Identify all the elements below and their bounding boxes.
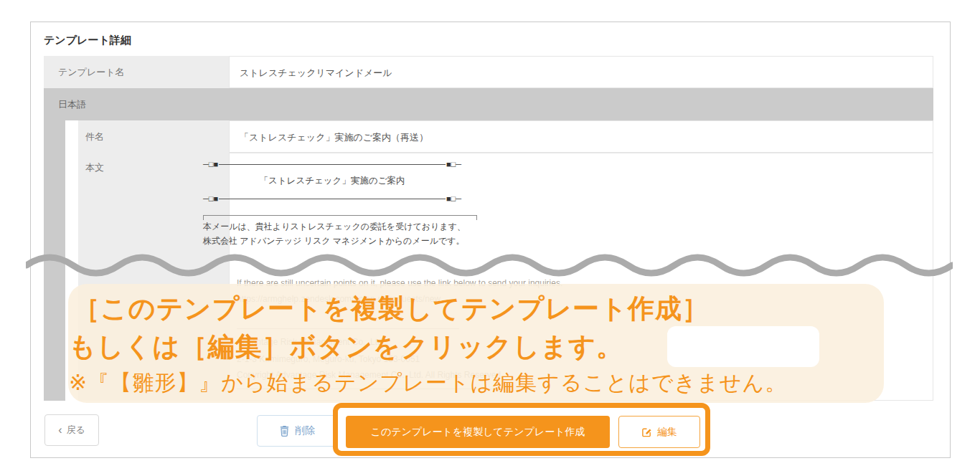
duplicate-button-label: このテンプレートを複製してテンプレート作成: [371, 426, 585, 439]
truncation-wave: [26, 252, 953, 280]
page-title: テンプレート詳細: [44, 34, 131, 47]
mail-decorative-divider: ─□■ ■□─: [203, 194, 461, 204]
template-name-label: テンプレート名: [44, 56, 229, 88]
chevron-left-icon: ‹: [58, 424, 62, 436]
edit-button-label: 編集: [657, 426, 677, 439]
back-button-label: 戻る: [67, 424, 85, 437]
duplicate-template-button[interactable]: このテンプレートを複製してテンプレート作成: [346, 416, 610, 448]
language-section-header: 日本語: [44, 88, 933, 120]
edit-icon: [641, 427, 652, 437]
template-name-value: ストレスチェックリマインドメール: [229, 56, 933, 88]
subject-value: 「ストレスチェック」実施のご案内（再送）: [229, 120, 933, 153]
email-body-preview: ─□■ ■□─ 「ストレスチェック」実施のご案内 ─□■ ■□─ 本メールは、貴…: [203, 159, 484, 248]
delete-button[interactable]: 削除: [257, 415, 337, 447]
mail-title: 「ストレスチェック」実施のご案内: [203, 175, 461, 187]
redaction-pill: [667, 326, 819, 367]
page: テンプレート詳細 テンプレート名 ストレスチェックリマインドメール 日本語 件名…: [0, 0, 980, 476]
divider-right-glyph: ■□─: [446, 194, 461, 204]
annotation-line-3: ※『【雛形】』から始まるテンプレートは編集することはできません。: [69, 368, 787, 398]
annotation-line-2: もしくは［編集］ボタンをクリックします。: [69, 329, 623, 365]
divider-right-glyph: ■□─: [446, 159, 461, 169]
delete-button-label: 削除: [295, 424, 315, 437]
divider-left-glyph: ─□■: [203, 159, 218, 169]
divider-left-glyph: ─□■: [203, 194, 218, 204]
mail-intro-line-2: 株式会社 アドバンテッジ リスク マネジメントからのメールです。: [203, 234, 484, 248]
divider-line: [219, 164, 446, 165]
back-button[interactable]: ‹ 戻る: [44, 414, 99, 446]
mail-intro-line-1: 本メールは、貴社よりストレスチェックの委託を受けております、: [203, 219, 484, 234]
mail-text-box-top: [203, 215, 477, 216]
divider-line: [219, 199, 446, 199]
edit-button[interactable]: 編集: [618, 416, 700, 448]
subject-label: 件名: [78, 120, 229, 153]
trash-icon: [279, 425, 290, 437]
annotation-line-1: ［このテンプレートを複製してテンプレート作成］: [73, 291, 710, 327]
mail-decorative-divider: ─□■ ■□─: [203, 159, 461, 169]
